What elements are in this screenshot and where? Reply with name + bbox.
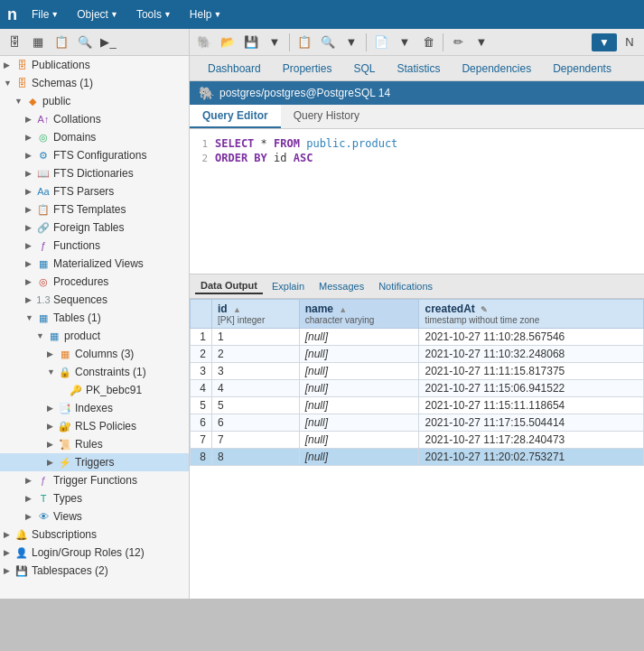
table-row[interactable]: 2 2 [null] 2021-10-27 11:10:32.248068 [191, 346, 644, 363]
row-num-3: 4 [191, 380, 212, 397]
toolbar-dropdown4[interactable]: ▼ [471, 32, 492, 53]
tab-data-output[interactable]: Data Output [195, 278, 263, 294]
tab-properties[interactable]: Properties [272, 59, 343, 80]
menu-file[interactable]: File ▼ [24, 5, 66, 24]
expand-arrow-12: ▶ [25, 277, 36, 286]
table-row[interactable]: 7 7 [null] 2021-10-27 11:17:28.240473 [191, 432, 644, 449]
item-icon-8: 📋 [36, 202, 51, 217]
row-num-5: 6 [191, 414, 212, 432]
connection-label: postgres/postgres@PostgreSQL 14 [219, 87, 390, 99]
connection-bar: 🐘 postgres/postgres@PostgreSQL 14 [190, 81, 644, 105]
sidebar-item-25[interactable]: ▶ 👁 Views [0, 507, 189, 525]
toolbar-search[interactable]: 🔍 [317, 32, 339, 53]
sidebar-item-17[interactable]: ▼ 🔒 Constraints (1) [0, 363, 189, 381]
main-layout: 🗄 ▦ 📋 🔍 ▶_ ▶ 🗄 Publications ▼ 🗄 Schemas … [0, 29, 644, 599]
tab-statistics[interactable]: Statistics [386, 59, 451, 80]
sidebar-item-28[interactable]: ▶ 💾 Tablespaces (2) [0, 562, 189, 580]
sidebar-item-7[interactable]: ▶ Aa FTS Parsers [0, 182, 189, 200]
table-row[interactable]: 8 8 [null] 2021-10-27 11:20:02.753271 [191, 449, 644, 466]
item-label-7: FTS Parsers [53, 185, 114, 198]
cell-id-6: 7 [212, 432, 300, 449]
col-created[interactable]: createdAt ✎ timestamp without time zone [419, 300, 644, 329]
sidebar-item-3[interactable]: ▶ A↑ Collations [0, 110, 189, 128]
toolbar-dropdown3[interactable]: ▼ [394, 32, 415, 53]
sidebar-item-23[interactable]: ▶ ƒ Trigger Functions [0, 471, 189, 489]
sidebar-item-12[interactable]: ▶ ◎ Procedures [0, 273, 189, 291]
sidebar-btn-terminal[interactable]: ▶_ [98, 32, 119, 53]
table-row[interactable]: 1 1 [null] 2021-10-27 11:10:28.567546 [191, 329, 644, 346]
item-icon-28: 💾 [14, 563, 29, 578]
tab-dashboard[interactable]: Dashboard [197, 59, 272, 80]
sidebar-item-24[interactable]: ▶ T Types [0, 489, 189, 507]
query-editor[interactable]: 1 SELECT * FROM public.product 2 ORDER B… [190, 129, 644, 274]
sidebar-item-6[interactable]: ▶ 📖 FTS Dictionaries [0, 164, 189, 182]
tab-query-editor[interactable]: Query Editor [190, 105, 281, 128]
table-row[interactable]: 5 5 [null] 2021-10-27 11:15:11.118654 [191, 397, 644, 414]
sidebar-item-8[interactable]: ▶ 📋 FTS Templates [0, 200, 189, 219]
sidebar-item-5[interactable]: ▶ ⚙ FTS Configurations [0, 146, 189, 164]
sidebar-item-11[interactable]: ▶ ▦ Materialized Views [0, 255, 189, 273]
table-row[interactable]: 4 4 [null] 2021-10-27 11:15:06.941522 [191, 380, 644, 397]
menu-tools[interactable]: Tools ▼ [129, 5, 179, 24]
sidebar-btn-table[interactable]: ▦ [27, 32, 49, 53]
toolbar-save[interactable]: 💾 [240, 32, 262, 53]
tab-dependents[interactable]: Dependents [542, 59, 622, 80]
sidebar-item-14[interactable]: ▼ ▦ Tables (1) [0, 309, 189, 327]
sidebar-item-1[interactable]: ▼ 🗄 Schemas (1) [0, 74, 189, 92]
expand-arrow-20: ▶ [47, 422, 58, 431]
tab-messages[interactable]: Messages [313, 279, 369, 293]
item-icon-13: 1.3 [36, 293, 51, 307]
sidebar-btn-search[interactable]: 🔍 [74, 32, 96, 53]
sidebar-item-13[interactable]: ▶ 1.3 Sequences [0, 291, 189, 309]
toolbar-more[interactable]: N [619, 32, 640, 53]
toolbar-pgadmin-icon[interactable]: 🐘 [193, 32, 215, 53]
sidebar-item-10[interactable]: ▶ ƒ Functions [0, 237, 189, 255]
sidebar-item-27[interactable]: ▶ 👤 Login/Group Roles (12) [0, 544, 189, 562]
menu-help[interactable]: Help ▼ [182, 5, 229, 24]
row-num-1: 2 [191, 346, 212, 363]
tab-query-history[interactable]: Query History [281, 105, 372, 128]
toolbar-dropdown1[interactable]: ▼ [264, 32, 285, 53]
sidebar-item-20[interactable]: ▶ 🔐 RLS Policies [0, 417, 189, 435]
sidebar-btn-func[interactable]: 📋 [51, 32, 72, 53]
expand-arrow-21: ▶ [47, 440, 58, 449]
toolbar-paste[interactable]: 📄 [370, 32, 392, 53]
table-row[interactable]: 6 6 [null] 2021-10-27 11:17:15.504414 [191, 414, 644, 432]
toolbar-filter[interactable]: ▼ [592, 33, 617, 51]
col-created-label: createdAt [425, 302, 474, 315]
toolbar-dropdown2[interactable]: ▼ [341, 32, 362, 53]
tab-notifications[interactable]: Notifications [373, 279, 438, 293]
item-icon-15: ▦ [47, 329, 61, 343]
tab-dependencies[interactable]: Dependencies [451, 59, 542, 80]
cell-id-7: 8 [212, 449, 300, 466]
sidebar-item-26[interactable]: ▶ 🔔 Subscriptions [0, 525, 189, 544]
sidebar-item-4[interactable]: ▶ ◎ Domains [0, 128, 189, 146]
tab-sql[interactable]: SQL [342, 59, 386, 80]
sidebar-item-18[interactable]: 🔑 PK_bebc91 [0, 381, 189, 399]
sidebar-item-9[interactable]: ▶ 🔗 Foreign Tables [0, 219, 189, 237]
sidebar-item-16[interactable]: ▶ ▦ Columns (3) [0, 345, 189, 363]
menu-object[interactable]: Object ▼ [70, 5, 126, 24]
data-table-wrap[interactable]: id ▲ [PK] integer name ▲ character varyi… [190, 299, 644, 599]
item-label-0: Publications [32, 59, 90, 71]
toolbar-delete[interactable]: 🗑 [417, 32, 439, 53]
toolbar-copy[interactable]: 📋 [294, 32, 315, 53]
sidebar-item-15[interactable]: ▼ ▦ product [0, 327, 189, 345]
sidebar-item-19[interactable]: ▶ 📑 Indexes [0, 399, 189, 417]
col-id[interactable]: id ▲ [PK] integer [212, 300, 300, 329]
item-icon-18: 🔑 [69, 383, 83, 397]
toolbar-folder-open[interactable]: 📂 [217, 32, 238, 53]
cell-name-1: [null] [299, 346, 419, 363]
item-label-5: FTS Configurations [53, 149, 146, 162]
table-row[interactable]: 3 3 [null] 2021-10-27 11:11:15.817375 [191, 363, 644, 380]
sidebar-item-0[interactable]: ▶ 🗄 Publications [0, 56, 189, 74]
sidebar-item-21[interactable]: ▶ 📜 Rules [0, 435, 189, 453]
cell-id-3: 4 [212, 380, 300, 397]
col-name[interactable]: name ▲ character varying [299, 300, 419, 329]
sidebar-item-22[interactable]: ▶ ⚡ Triggers [0, 453, 189, 471]
expand-arrow-11: ▶ [25, 259, 36, 268]
sidebar-item-2[interactable]: ▼ ◆ public [0, 92, 189, 110]
sidebar-btn-db[interactable]: 🗄 [4, 32, 25, 53]
tab-explain[interactable]: Explain [266, 279, 310, 293]
toolbar-edit[interactable]: ✏ [447, 32, 469, 53]
